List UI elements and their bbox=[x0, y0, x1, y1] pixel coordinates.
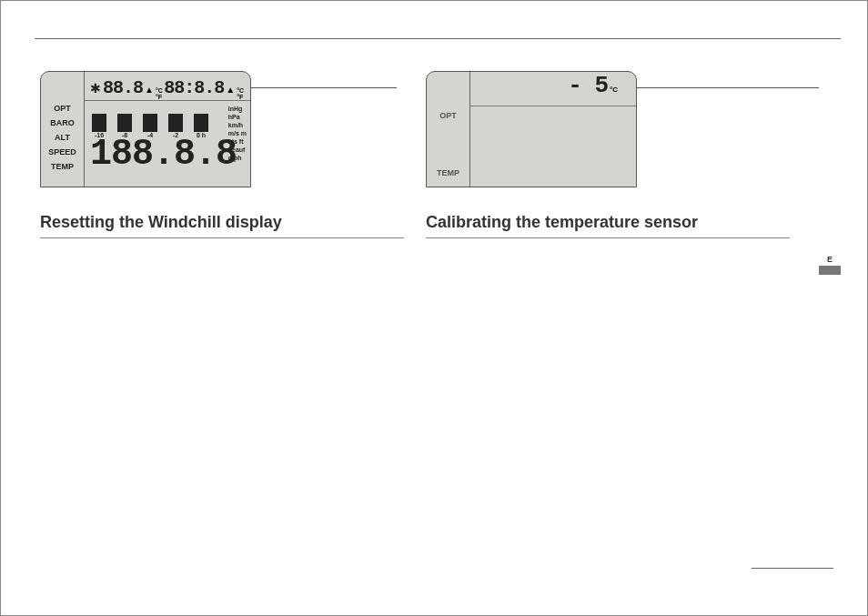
side-label: BARO bbox=[41, 117, 84, 129]
page-tab-marker bbox=[819, 266, 841, 275]
side-label: SPEED bbox=[41, 146, 84, 158]
top-segment-a: 88.8 bbox=[103, 77, 143, 98]
unit-stack: inHg hPa km/h m/s m kts ft beauf mph bbox=[228, 105, 247, 162]
big-segment: 188.8.8 bbox=[85, 136, 250, 173]
page-tab-label: E bbox=[819, 255, 841, 264]
heading-calibrate: Calibrating the temperature sensor bbox=[426, 213, 790, 238]
heading-windchill: Resetting the Windchill display bbox=[40, 213, 404, 238]
cf-label: °C °F bbox=[156, 87, 164, 100]
side-label: ALT bbox=[41, 132, 84, 144]
callout-line bbox=[251, 87, 397, 88]
lcd-side-labels: OPT BARO ALT SPEED TEMP bbox=[41, 72, 85, 187]
side-label: OPT bbox=[41, 103, 84, 115]
side-label: TEMP bbox=[427, 167, 469, 179]
cf-label: °C °F bbox=[237, 87, 245, 100]
bar-graph bbox=[85, 101, 250, 132]
right-column: OPT TEMP - 5 °C Calibrating the temperat… bbox=[426, 71, 790, 238]
temp-unit: °C bbox=[610, 86, 618, 94]
side-label: TEMP bbox=[41, 161, 84, 173]
snowflake-icon: ✱ bbox=[90, 81, 101, 96]
top-segment-b: 88:8.8 bbox=[164, 77, 224, 98]
page-number-rule bbox=[752, 568, 833, 569]
temp-value: - 5 bbox=[568, 72, 608, 99]
top-rule bbox=[35, 38, 841, 39]
up-triangle-icon: ▲ bbox=[226, 85, 235, 95]
lcd-panel-windchill: OPT BARO ALT SPEED TEMP ✱ 88.8 ▲ °C °F 8… bbox=[40, 71, 251, 187]
callout-line bbox=[637, 87, 819, 88]
up-triangle-icon: ▲ bbox=[145, 85, 154, 95]
side-label: OPT bbox=[427, 110, 469, 122]
lcd-side-labels: OPT TEMP bbox=[427, 72, 470, 187]
page-tab: E bbox=[819, 255, 841, 275]
left-column: OPT BARO ALT SPEED TEMP ✱ 88.8 ▲ °C °F 8… bbox=[40, 71, 404, 238]
lcd-panel-temp: OPT TEMP - 5 °C bbox=[426, 71, 637, 187]
